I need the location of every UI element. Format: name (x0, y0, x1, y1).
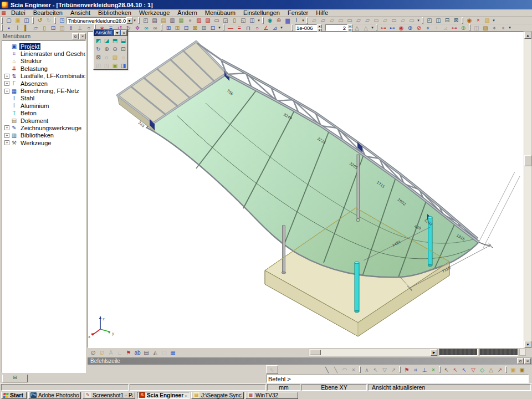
snap-endpoint-icon[interactable]: ↖ (371, 366, 380, 374)
expand-plus-icon[interactable]: + (4, 125, 9, 130)
save-selection-icon[interactable]: ▣ (518, 366, 526, 374)
load-panel-icon[interactable]: ⇟ (66, 24, 75, 32)
arrange-windows-icon[interactable]: ⊠ (452, 17, 461, 24)
measure-icon[interactable]: ⊿ (441, 24, 450, 32)
taskbar-button-wintv[interactable]: ▦WinTV32 (245, 392, 298, 399)
print-view-icon[interactable]: ◰ (94, 62, 103, 70)
scroll-right-icon[interactable]: ▶ (431, 349, 437, 356)
clipboard-icon[interactable]: ▦ (177, 17, 186, 24)
snap-point-icon[interactable]: + (432, 24, 441, 32)
snap-line-icon[interactable]: ╲ (323, 366, 331, 374)
view-layout-8-icon[interactable]: ▭ (372, 17, 381, 24)
status-plane[interactable]: Ebene XY (301, 384, 367, 391)
view-layout-2-icon[interactable]: ▱ (319, 17, 328, 24)
picture-gallery-icon[interactable]: ▧ (195, 17, 203, 24)
menu-werkzeuge[interactable]: Werkzeuge (135, 9, 173, 17)
precision-value[interactable]: 1e-006 (295, 24, 317, 31)
sidebar-item-berechnung[interactable]: +▦Berechnung, FE-Netz (4, 87, 85, 94)
chart-icon[interactable]: ▆ (283, 17, 292, 24)
snap-off-icon[interactable]: × (349, 366, 358, 374)
sidebar-item-bibliotheken[interactable]: +▥Bibliotheken (4, 132, 85, 139)
print-data-icon[interactable]: ▤ (150, 17, 159, 24)
snap-points-icon[interactable]: × (429, 366, 438, 374)
open-selection-icon[interactable]: ▣ (509, 366, 518, 374)
sidebar-item-projekt[interactable]: ▣Projekt (4, 43, 85, 50)
precision-spinner[interactable]: 1e-006 ▲▼ (295, 24, 322, 31)
table-input-icon[interactable]: ⊞ (164, 24, 173, 32)
snap-tangent-icon[interactable]: ↗ (389, 366, 398, 374)
expand-plus-icon[interactable]: + (4, 133, 9, 138)
hinge-icon[interactable]: ○ (84, 24, 93, 32)
view-layout-12-icon[interactable]: ▭ (407, 17, 416, 24)
menubaum-tree[interactable]: ▣Projekt⌗Linienraster und Geschosse⌂Stru… (2, 40, 86, 373)
delete-tool-icon[interactable]: × (474, 17, 483, 24)
menubaum-tab[interactable]: ⊟ (2, 375, 28, 382)
clipping-box-icon[interactable]: ▣ (111, 62, 119, 70)
redo-icon[interactable]: ↻ (44, 17, 53, 24)
expand-plus-icon[interactable]: + (4, 74, 9, 79)
rib-icon[interactable]: ◫ (58, 24, 66, 32)
perspective-icon[interactable]: ◨ (119, 62, 127, 70)
toolbar-grip[interactable] (32, 17, 34, 24)
taskbar-button-scia[interactable]: SScia Engineer - [Tribü... (137, 392, 190, 399)
select-single-icon[interactable]: ↖ (442, 366, 451, 374)
print-icon[interactable]: ▭ (212, 17, 221, 24)
calc-mesh-icon[interactable]: ◫ (472, 24, 481, 32)
select-intersect-icon[interactable]: ◇ (478, 366, 487, 374)
font-scale-icon[interactable]: A (106, 349, 115, 357)
document-icon[interactable]: ▤ (159, 17, 168, 24)
view-layout-9-icon[interactable]: ▱ (381, 17, 390, 24)
menu-hilfe[interactable]: Hilfe (312, 9, 332, 17)
pin-icon[interactable]: ɑ (517, 358, 524, 364)
toolbar-grip[interactable] (138, 17, 140, 24)
zoom-window-icon[interactable]: ⊡ (119, 45, 127, 53)
libraries-book-icon[interactable]: ▯ (230, 17, 239, 24)
support-icon[interactable]: ⊥ (75, 24, 84, 32)
title-bar[interactable]: Scia Engineer - [Tribünenverkleidung28.0… (0, 0, 532, 9)
toolbar-grip[interactable] (462, 17, 463, 24)
ansicht-palette[interactable]: Ansicht ▼ × ◩◪⬒⬓↻⊕⊖⊡⊠◌▨☼◰◳▣◨ (93, 29, 128, 70)
eye-icon[interactable]: ◉ (265, 17, 274, 24)
zoom-document-icon[interactable]: ⊕ (274, 17, 283, 24)
plate-icon[interactable]: ▱ (31, 24, 40, 32)
draw-line-icon[interactable]: — (226, 24, 235, 32)
view-layout-6-icon[interactable]: ▱ (354, 17, 363, 24)
menu-einstellungen[interactable]: Einstellungen (239, 9, 284, 17)
toolbar-grip[interactable] (306, 17, 308, 24)
scale-figure-icon[interactable]: △ (361, 24, 370, 32)
document-preview-icon[interactable]: ◲ (221, 17, 230, 24)
vertical-scrollbar[interactable]: ▲ ▼ (524, 32, 531, 348)
sidebar-item-aluminium[interactable]: IAluminium (4, 102, 85, 109)
expand-plus-icon[interactable]: + (4, 140, 9, 145)
view-layout-7-icon[interactable]: ▱ (363, 17, 372, 24)
print-picture-icon[interactable]: ▤ (142, 349, 151, 357)
scroll-up-icon[interactable]: ▲ (524, 32, 531, 39)
cascade-windows-icon[interactable]: ◰ (425, 17, 434, 24)
command-pointer-icon[interactable]: ⇖ (268, 366, 277, 374)
save-icon[interactable]: ◫ (22, 17, 31, 24)
toolbar-grip[interactable] (439, 366, 441, 373)
sidebar-item-beton[interactable]: TBeton (4, 110, 85, 117)
sidebar-item-belastung[interactable]: ⇊Belastung (4, 65, 85, 72)
start-button[interactable]: Start (1, 392, 27, 399)
toolbar-grip[interactable] (359, 366, 361, 373)
expand-plus-icon[interactable]: + (4, 89, 9, 94)
zoom-all-icon[interactable]: ⊠ (94, 53, 103, 62)
command-pointer-button[interactable]: ⇖ (266, 365, 278, 374)
toolbar-grip[interactable] (422, 17, 423, 24)
scrollbar-thumb[interactable] (524, 155, 531, 166)
ansicht-palette-header[interactable]: Ansicht ▼ × (94, 29, 127, 36)
sidebar-item-dokument[interactable]: ▤Dokument (4, 117, 85, 124)
toolbar-grip[interactable] (505, 366, 507, 373)
project-combobox-value[interactable]: Tribünenverkleidung28.0 (66, 17, 126, 24)
project-window-icon[interactable]: ◳ (58, 17, 66, 24)
toolbar-grip[interactable] (291, 24, 293, 31)
befehlszeile-header[interactable]: Befehlszeile ɑ × (88, 357, 532, 365)
column-icon[interactable]: ▍ (22, 24, 31, 32)
dot-grid-icon[interactable]: ⌗ (411, 366, 420, 374)
chevron-down-icon[interactable]: ▾ (416, 18, 421, 23)
scroll-down-icon[interactable]: ▼ (524, 341, 531, 348)
sidebar-item-absenzen[interactable]: +ΓAbsenzen (4, 80, 85, 87)
toolbar-grip[interactable] (161, 24, 162, 31)
sidebar-item-stahl[interactable]: IStahl (4, 95, 85, 102)
